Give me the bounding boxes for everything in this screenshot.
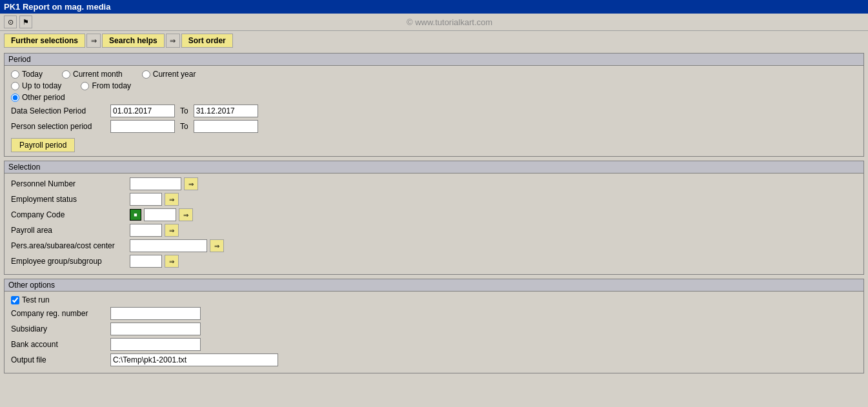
- person-selection-to[interactable]: [194, 120, 258, 133]
- today-label: Today: [22, 70, 43, 79]
- toolbar: ⊙ ⚑ © www.tutorialkart.com: [0, 14, 868, 31]
- search-helps-tab[interactable]: Search helps: [102, 34, 165, 48]
- radio-current-month[interactable]: Current month: [62, 70, 123, 79]
- personnel-number-multisel[interactable]: ⇒: [184, 177, 198, 190]
- payroll-period-button[interactable]: Payroll period: [11, 138, 75, 152]
- data-selection-row: Data Selection Period To: [11, 104, 857, 117]
- selection-section-title: Selection: [5, 161, 863, 174]
- other-period-label: Other period: [22, 93, 65, 102]
- personnel-number-row: Personnel Number ⇒: [11, 177, 857, 190]
- app-title: PK1 Report on mag. media: [4, 2, 110, 12]
- employment-status-input[interactable]: [130, 193, 162, 206]
- current-month-label: Current month: [73, 70, 123, 79]
- person-selection-label: Person selection period: [11, 122, 108, 131]
- subsidiary-row: Subsidiary: [11, 323, 857, 335]
- pers-area-multisel[interactable]: ⇒: [210, 239, 224, 252]
- test-run-checkbox[interactable]: [11, 296, 19, 304]
- payroll-area-label: Payroll area: [11, 226, 127, 235]
- bank-account-label: Bank account: [11, 340, 108, 349]
- data-selection-from[interactable]: [110, 104, 175, 117]
- company-code-label: Company Code: [11, 210, 127, 219]
- radio-up-to-today[interactable]: Up to today: [11, 81, 61, 90]
- back-icon[interactable]: ⊙: [4, 15, 17, 28]
- company-code-multisel[interactable]: ⇒: [179, 208, 193, 221]
- payroll-area-multisel[interactable]: ⇒: [165, 224, 179, 237]
- company-code-row: Company Code ■ ⇒: [11, 208, 857, 221]
- selection-section-body: Personnel Number ⇒ Employment status ⇒ C…: [5, 174, 863, 274]
- test-run-label: Test run: [22, 295, 50, 304]
- pers-area-label: Pers.area/subarea/cost center: [11, 241, 127, 250]
- main-content: Period Today Current month Current year: [0, 50, 868, 380]
- subsidiary-input[interactable]: [110, 323, 201, 335]
- employee-group-label: Employee group/subgroup: [11, 257, 127, 266]
- other-options-title: Other options: [5, 279, 863, 292]
- company-reg-input[interactable]: [110, 307, 201, 320]
- period-radio-row2: Up to today From today: [11, 81, 857, 90]
- data-selection-to-label: To: [180, 106, 188, 115]
- output-file-input[interactable]: [110, 353, 278, 366]
- data-selection-to[interactable]: [194, 104, 258, 117]
- employment-status-label: Employment status: [11, 195, 127, 204]
- person-selection-to-label: To: [180, 122, 188, 131]
- test-run-row: Test run: [11, 295, 857, 304]
- other-options-section: Other options Test run Company reg. numb…: [4, 279, 864, 373]
- person-selection-from[interactable]: [110, 120, 175, 133]
- personnel-number-input[interactable]: [130, 177, 181, 190]
- person-selection-row: Person selection period To: [11, 120, 857, 133]
- other-options-body: Test run Company reg. number Subsidiary …: [5, 292, 863, 373]
- radio-from-today[interactable]: From today: [81, 81, 131, 90]
- further-selections-tab[interactable]: Further selections: [4, 34, 85, 48]
- period-radio-row3: Other period: [11, 93, 857, 102]
- radio-other-period[interactable]: Other period: [11, 93, 65, 102]
- flag-icon[interactable]: ⚑: [19, 15, 32, 28]
- period-section-body: Today Current month Current year Up to t…: [5, 66, 863, 156]
- company-code-input[interactable]: [144, 208, 176, 221]
- data-selection-label: Data Selection Period: [11, 106, 108, 115]
- pers-area-row: Pers.area/subarea/cost center ⇒: [11, 239, 857, 252]
- payroll-area-row: Payroll area ⇒: [11, 224, 857, 237]
- period-section: Period Today Current month Current year: [4, 53, 864, 157]
- radio-today[interactable]: Today: [11, 70, 43, 79]
- employee-group-input[interactable]: [130, 255, 162, 268]
- payroll-period-row: Payroll period: [11, 135, 857, 152]
- output-file-row: Output file: [11, 353, 857, 366]
- bank-account-row: Bank account: [11, 338, 857, 351]
- period-section-title: Period: [5, 54, 863, 66]
- radio-current-year[interactable]: Current year: [142, 70, 196, 79]
- company-code-green-icon[interactable]: ■: [130, 209, 141, 221]
- further-selections-arrow[interactable]: ⇒: [86, 34, 101, 48]
- bank-account-input[interactable]: [110, 338, 201, 351]
- selection-section: Selection Personnel Number ⇒ Employment …: [4, 161, 864, 275]
- subsidiary-label: Subsidiary: [11, 324, 108, 333]
- personnel-number-label: Personnel Number: [11, 179, 127, 188]
- sort-order-tab[interactable]: Sort order: [181, 34, 233, 48]
- payroll-area-input[interactable]: [130, 224, 162, 237]
- period-radio-row1: Today Current month Current year: [11, 70, 857, 79]
- current-year-label: Current year: [153, 70, 196, 79]
- employee-group-row: Employee group/subgroup ⇒: [11, 255, 857, 268]
- up-to-today-label: Up to today: [22, 81, 61, 90]
- watermark: © www.tutorialkart.com: [35, 17, 864, 27]
- employee-group-multisel[interactable]: ⇒: [165, 255, 179, 268]
- company-reg-label: Company reg. number: [11, 309, 108, 318]
- employment-status-multisel[interactable]: ⇒: [165, 193, 179, 206]
- pers-area-input[interactable]: [130, 239, 207, 252]
- from-today-label: From today: [92, 81, 131, 90]
- employment-status-row: Employment status ⇒: [11, 193, 857, 206]
- search-helps-arrow[interactable]: ⇒: [166, 34, 180, 48]
- title-bar: PK1 Report on mag. media: [0, 0, 868, 14]
- company-reg-row: Company reg. number: [11, 307, 857, 320]
- tab-bar: Further selections ⇒ Search helps ⇒ Sort…: [0, 31, 868, 50]
- output-file-label: Output file: [11, 355, 108, 364]
